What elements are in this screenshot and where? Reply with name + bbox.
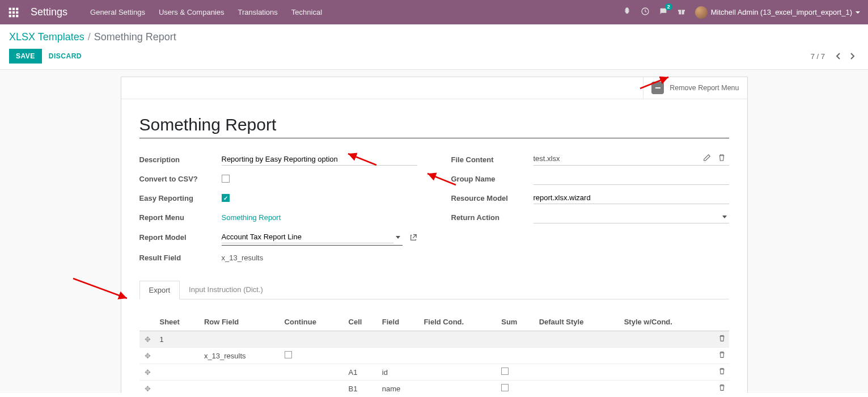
pager-prev[interactable] [832,50,844,62]
export-table: Sheet Row Field Continue Cell Field Fiel… [139,313,729,393]
file-name[interactable]: test.xlsx [533,154,700,163]
th-defstyle[interactable]: Default Style [536,313,621,331]
activity-icon[interactable] [641,7,650,18]
nav-general-settings[interactable]: General Settings [90,8,145,16]
cell-sheet[interactable]: 1 [156,331,201,348]
pager-count[interactable]: 7 / 7 [811,52,825,61]
table-row[interactable]: ✥ 1 [139,331,729,348]
breadcrumb-current: Something Report [94,31,176,43]
th-continue[interactable]: Continue [281,313,345,331]
drag-handle-icon[interactable]: ✥ [139,348,156,364]
svg-rect-2 [16,7,18,10]
label-description: Description [139,155,222,164]
input-report-model[interactable] [222,231,393,243]
checkbox-sum[interactable] [501,384,509,391]
pager: 7 / 7 [811,50,859,62]
input-resource-model[interactable] [533,192,729,204]
cell-rowfield[interactable]: x_13_results [201,348,281,364]
user-menu[interactable]: Mitchell Admin (13_excel_import_export_1… [695,6,860,19]
input-group-name[interactable] [533,172,729,185]
tab-export[interactable]: Export [139,281,180,299]
label-file-content: File Content [451,155,533,164]
pencil-icon[interactable] [700,154,714,163]
th-cell[interactable]: Cell [345,313,379,331]
nav-menu: General Settings Users & Companies Trans… [90,8,623,16]
svg-rect-4 [12,11,15,13]
cell-cell[interactable]: A1 [345,364,379,381]
th-field[interactable]: Field [379,313,421,331]
svg-rect-1 [12,7,15,10]
svg-line-16 [73,278,127,298]
input-description[interactable] [222,153,417,166]
messages-badge: 2 [665,3,672,10]
drag-handle-icon[interactable]: ✥ [139,331,156,348]
th-sum[interactable]: Sum [498,313,535,331]
checkbox-sum[interactable] [501,368,509,375]
svg-rect-7 [12,15,15,17]
table-row[interactable]: ✥ x_13_results [139,348,729,364]
nav-right: 2 Mitchell Admin (13_excel_import_export… [623,6,860,19]
svg-rect-12 [681,10,681,14]
debug-icon[interactable] [623,7,632,18]
discard-button[interactable]: DISCARD [46,49,84,64]
button-box: − Remove Report Menu [121,77,747,99]
svg-rect-8 [16,15,18,17]
label-csv: Convert to CSV? [139,175,222,183]
trash-icon[interactable] [712,331,729,348]
form-grid: Description Convert to CSV? Easy Reporti… [139,152,729,265]
table-row[interactable]: ✥ B1 name [139,381,729,394]
svg-rect-5 [16,11,18,13]
breadcrumb-root[interactable]: XLSX Templates [9,31,84,43]
remove-report-menu-button[interactable]: − Remove Report Menu [643,77,747,99]
svg-rect-6 [9,15,11,17]
trash-icon[interactable] [712,364,729,381]
nav-brand[interactable]: Settings [31,6,67,18]
form-col-right: File Content test.xlsx Group Name [451,152,729,265]
cell-cell[interactable]: B1 [345,381,379,394]
remove-menu-label: Remove Report Menu [670,83,739,92]
title-input[interactable] [139,113,729,138]
th-stylecond[interactable]: Style w/Cond. [621,313,712,331]
checkbox-csv[interactable] [222,175,230,183]
label-return-action: Return Action [451,213,533,222]
cell-field[interactable]: id [379,364,421,381]
table-row[interactable]: ✥ A1 id [139,364,729,381]
action-row: SAVE DISCARD 7 / 7 [9,49,859,69]
trash-icon[interactable] [714,154,729,163]
nav-technical[interactable]: Technical [291,8,322,16]
messages-icon[interactable]: 2 [659,7,668,18]
label-result-field: Result Field [139,254,222,262]
label-group-name: Group Name [451,175,533,183]
checkbox-continue[interactable] [285,351,292,358]
chevron-down-icon [856,11,860,14]
svg-rect-3 [9,11,11,13]
th-sheet[interactable]: Sheet [156,313,201,331]
apps-icon[interactable] [8,7,19,18]
chevron-down-icon[interactable] [396,236,400,239]
tab-input-instruction[interactable]: Input Instruction (Dict.) [180,281,272,299]
chevron-down-icon [722,216,727,218]
th-fieldcond[interactable]: Field Cond. [420,313,498,331]
label-resource-model: Resource Model [451,194,533,202]
label-report-model: Report Model [139,233,222,242]
trash-icon[interactable] [712,348,729,364]
th-rowfield[interactable]: Row Field [201,313,281,331]
top-navbar: Settings General Settings Users & Compan… [0,0,868,24]
nav-users-companies[interactable]: Users & Companies [159,8,225,16]
gift-icon[interactable] [677,7,686,18]
drag-handle-icon[interactable]: ✥ [139,381,156,394]
pager-next[interactable] [846,50,859,62]
breadcrumb-sep: / [88,31,91,43]
tabs: Export Input Instruction (Dict.) [139,281,729,299]
trash-icon[interactable] [712,381,729,394]
checkbox-easy-reporting[interactable] [222,194,230,202]
external-link-icon[interactable] [409,234,417,242]
cell-field[interactable]: name [379,381,421,394]
link-report-menu[interactable]: Something Report [222,213,281,222]
select-return-action[interactable] [533,211,729,223]
svg-rect-0 [9,7,11,10]
drag-handle-icon[interactable]: ✥ [139,364,156,381]
nav-translations[interactable]: Translations [238,8,278,16]
save-button[interactable]: SAVE [9,49,42,64]
control-panel: XLSX Templates / Something Report SAVE D… [0,24,868,70]
